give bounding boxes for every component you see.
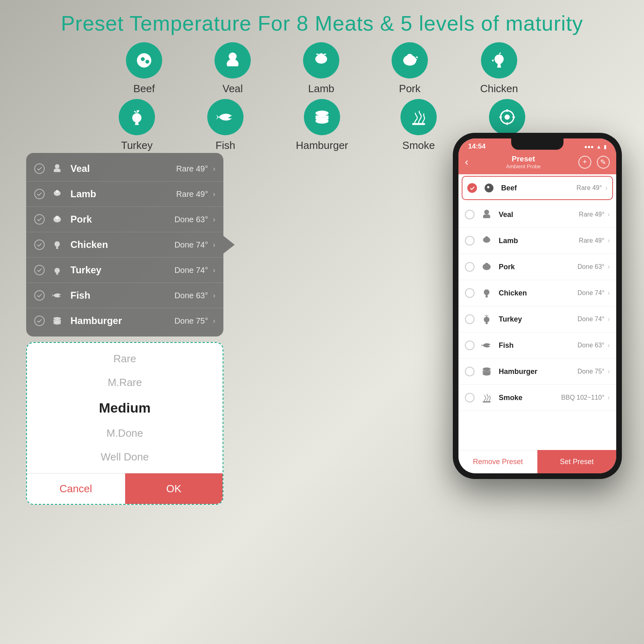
- preset-item-turkey[interactable]: Turkey Done 74° ›: [458, 306, 616, 332]
- svg-point-21: [56, 190, 59, 193]
- left-icon-pork: [50, 213, 64, 226]
- left-name-veal: Veal: [70, 163, 176, 174]
- pork-icon: [399, 50, 420, 71]
- preset-item-chicken[interactable]: Chicken Done 74° ›: [458, 280, 616, 306]
- left-check-pork: [34, 214, 45, 225]
- remove-preset-button[interactable]: Remove Preset: [458, 450, 537, 473]
- maturity-mdone[interactable]: M.Done: [27, 421, 223, 445]
- maturity-rare[interactable]: Rare: [27, 347, 223, 371]
- smoke-label: Smoke: [402, 139, 435, 152]
- edit-button[interactable]: ✎: [597, 156, 610, 169]
- meat-item-turkey: Turkey: [119, 99, 155, 152]
- beef-label: Beef: [133, 83, 155, 95]
- set-preset-button[interactable]: Set Preset: [537, 450, 616, 473]
- svg-point-32: [485, 263, 489, 267]
- preset-check-smoke: [465, 393, 475, 402]
- preset-chevron-turkey: ›: [608, 316, 610, 323]
- preset-list: Beef Rare 49° › Veal Rare 49° ›: [458, 174, 616, 450]
- maturity-welldone[interactable]: Well Done: [27, 445, 223, 469]
- svg-point-8: [409, 56, 411, 57]
- preset-check-fish: [465, 341, 475, 350]
- preset-name-lamb: Lamb: [499, 237, 579, 245]
- meat-item-lamb: Lamb: [303, 42, 339, 95]
- left-chevron-pork: ›: [213, 215, 215, 224]
- add-button[interactable]: +: [578, 156, 591, 169]
- preset-item-pork[interactable]: Pork Done 63° ›: [458, 254, 616, 280]
- maturity-mrare[interactable]: M.Rare: [27, 371, 223, 394]
- cancel-button[interactable]: Cancel: [27, 473, 125, 504]
- meat-row-1: Beef Veal: [126, 42, 518, 95]
- preset-item-hamburger[interactable]: Hamburger Done 75° ›: [458, 359, 616, 385]
- preset-check-veal: [465, 210, 475, 219]
- preset-check-chicken: [465, 288, 475, 298]
- left-list-item-hamburger[interactable]: Hamburger Done 75° ›: [26, 308, 223, 333]
- left-chevron-fish: ›: [213, 291, 215, 300]
- left-list-item-fish[interactable]: Fish Done 63° ›: [26, 283, 223, 308]
- preset-item-lamb[interactable]: Lamb Rare 49° ›: [458, 228, 616, 254]
- preset-item-smoke[interactable]: Smoke BBQ 102~110° ›: [458, 385, 616, 411]
- header-subtitle: Ambient Probe: [506, 163, 541, 169]
- meat-item-veal: Veal: [215, 42, 251, 95]
- left-name-hamburger: Hamburger: [70, 315, 174, 326]
- preset-item-veal[interactable]: Veal Rare 49° ›: [458, 202, 616, 228]
- svg-point-18: [505, 115, 510, 120]
- preset-name-chicken: Chicken: [499, 289, 578, 297]
- left-icon-lamb: [50, 187, 64, 201]
- turkey-circle: [119, 99, 155, 135]
- preset-icon-chicken: [479, 286, 494, 300]
- wifi-icon: ▲: [596, 144, 601, 150]
- preset-temp-beef: Rare 49°: [576, 184, 602, 192]
- preset-chevron-veal: ›: [608, 211, 610, 218]
- left-check-chicken: [34, 239, 45, 250]
- turkey-label: Turkey: [121, 139, 153, 152]
- battery-icon: ▮: [604, 144, 607, 150]
- left-chevron-lamb: ›: [213, 190, 215, 198]
- preset-temp-veal: Rare 49°: [579, 211, 604, 218]
- maturity-medium[interactable]: Medium: [99, 394, 151, 421]
- preset-check-beef: [467, 183, 477, 193]
- left-name-fish: Fish: [70, 290, 174, 301]
- lamb-circle: [303, 42, 339, 78]
- left-name-pork: Pork: [70, 214, 174, 225]
- beef-circle: [126, 42, 162, 78]
- left-card-list: Veal Rare 49° › Lamb Rare 49° › Pork: [26, 153, 223, 336]
- svg-point-6: [407, 54, 413, 60]
- preset-name-smoke: Smoke: [499, 394, 561, 402]
- preset-temp-chicken: Done 74°: [578, 289, 605, 297]
- beef-icon: [134, 50, 155, 71]
- back-button[interactable]: ‹: [465, 156, 469, 168]
- phone-inner: 14:54 ●●● ▲ ▮ ‹ Preset Ambient Probe + ✎: [458, 138, 616, 473]
- left-list-item-pork[interactable]: Pork Done 63° ›: [26, 207, 223, 232]
- left-list-item-turkey[interactable]: Turkey Done 74° ›: [26, 258, 223, 283]
- prog-circle: [489, 99, 525, 135]
- svg-point-23: [55, 216, 59, 219]
- header-title: Preset: [506, 155, 541, 163]
- veal-icon: [222, 50, 243, 71]
- left-list-item-veal[interactable]: Veal Rare 49° ›: [26, 156, 223, 182]
- preset-chevron-smoke: ›: [608, 394, 610, 401]
- left-temp-hamburger: Done 75°: [174, 316, 208, 326]
- meat-item-beef: Beef: [126, 42, 162, 95]
- preset-check-lamb: [465, 236, 475, 246]
- svg-point-1: [229, 54, 231, 57]
- left-list-item-chicken[interactable]: Chicken Done 74° ›: [26, 232, 223, 258]
- ok-button[interactable]: OK: [125, 473, 223, 504]
- svg-point-30: [485, 236, 488, 239]
- left-icon-turkey: [50, 263, 64, 277]
- svg-point-27: [54, 322, 61, 325]
- phone-notch: [511, 138, 564, 150]
- preset-item-fish[interactable]: Fish Done 63° ›: [458, 332, 616, 359]
- card-arrow: [223, 236, 235, 254]
- preset-item-beef[interactable]: Beef Rare 49° ›: [462, 176, 613, 200]
- svg-point-9: [497, 57, 498, 58]
- meat-item-hamburger: Hamburger: [296, 99, 348, 152]
- preset-chevron-hamburger: ›: [608, 368, 610, 375]
- svg-rect-13: [316, 116, 329, 118]
- meat-item-smoke: Smoke: [400, 99, 437, 152]
- left-list-item-lamb[interactable]: Lamb Rare 49° ›: [26, 182, 223, 207]
- left-chevron-chicken: ›: [213, 241, 215, 249]
- svg-point-10: [135, 116, 136, 117]
- preset-icon-smoke: [479, 390, 494, 405]
- svg-rect-34: [483, 371, 491, 372]
- preset-chevron-fish: ›: [608, 342, 610, 349]
